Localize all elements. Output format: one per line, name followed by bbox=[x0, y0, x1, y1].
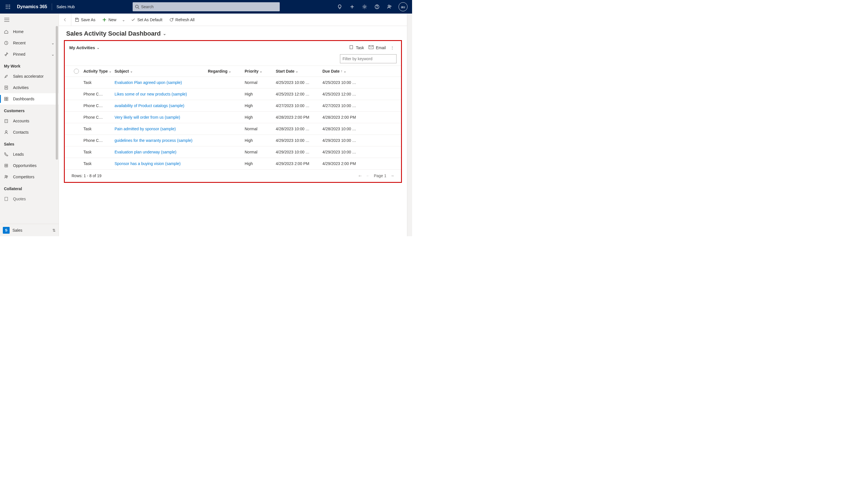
svg-rect-32 bbox=[5, 197, 8, 200]
refresh-all-button[interactable]: Refresh All bbox=[166, 14, 198, 26]
activities-grid: Activity Type⌄ Subject⌄ Regarding⌄ Prior… bbox=[65, 66, 401, 170]
select-all-checkbox[interactable] bbox=[74, 69, 79, 74]
set-default-button[interactable]: Set As Default bbox=[128, 14, 166, 26]
subject-link[interactable]: availability of Product catalogs (sample… bbox=[115, 104, 185, 108]
global-search[interactable] bbox=[133, 2, 280, 11]
sidebar-item-quotes[interactable]: Quotes bbox=[0, 193, 59, 205]
svg-point-5 bbox=[9, 7, 10, 7]
svg-rect-25 bbox=[4, 99, 6, 101]
next-page-button[interactable]: → bbox=[390, 173, 394, 178]
rocket-icon bbox=[4, 74, 9, 78]
area-label: Sales bbox=[12, 228, 22, 233]
chevron-down-icon: ⌄ bbox=[163, 32, 166, 36]
cell-priority: High bbox=[245, 161, 276, 166]
sidebar-item-sales-accelerator[interactable]: Sales accelerator bbox=[0, 71, 59, 82]
cell-start-date: 4/27/2023 10:00 … bbox=[276, 104, 322, 108]
sidebar-scrollbar[interactable] bbox=[55, 26, 59, 160]
sidebar-item-activities[interactable]: Activities bbox=[0, 82, 59, 93]
subject-link[interactable]: Evaluation plan underway (sample) bbox=[115, 150, 177, 154]
lightbulb-icon[interactable] bbox=[334, 0, 345, 14]
main-content: Save As New ⌄ Set As Default Refresh All… bbox=[59, 14, 407, 236]
subject-link[interactable]: guidelines for the warranty process (sam… bbox=[115, 138, 192, 143]
subject-link[interactable]: Evaluation Plan agreed upon (sample) bbox=[115, 80, 182, 85]
table-row[interactable]: TaskEvaluation plan underway (sample)Nor… bbox=[65, 146, 401, 158]
view-selector[interactable]: My Activities ⌄ bbox=[69, 45, 99, 50]
table-row[interactable]: TaskEvaluation Plan agreed upon (sample)… bbox=[65, 77, 401, 88]
assistant-icon[interactable] bbox=[384, 0, 395, 14]
back-button[interactable] bbox=[59, 14, 71, 26]
brand-label[interactable]: Dynamics 365 bbox=[14, 4, 51, 9]
cell-activity-type: Phone C… bbox=[83, 115, 115, 120]
new-chevron[interactable]: ⌄ bbox=[120, 17, 128, 22]
subject-link[interactable]: Sponsor has a buying vision (sample) bbox=[115, 161, 180, 166]
people-icon bbox=[4, 175, 9, 179]
subject-link[interactable]: Very likely will order from us (sample) bbox=[115, 115, 180, 120]
task-icon bbox=[349, 45, 354, 50]
cell-priority: High bbox=[245, 92, 276, 96]
more-icon[interactable]: ⋮ bbox=[388, 46, 396, 50]
cell-due-date: 4/25/2023 10:00 … bbox=[322, 80, 369, 85]
sidebar-item-dashboards[interactable]: Dashboards bbox=[0, 93, 59, 105]
sidebar-item-opportunities[interactable]: Opportunities bbox=[0, 160, 59, 171]
table-row[interactable]: Phone C…Very likely will order from us (… bbox=[65, 112, 401, 123]
first-page-button[interactable]: ⇤ bbox=[359, 173, 362, 178]
table-row[interactable]: Phone C…Likes some of our new products (… bbox=[65, 88, 401, 100]
cell-start-date: 4/29/2023 10:00 … bbox=[276, 150, 322, 154]
sidebar-area-switcher[interactable]: S Sales ⇅ bbox=[0, 224, 59, 236]
table-row[interactable]: Phone C…guidelines for the warranty proc… bbox=[65, 135, 401, 146]
global-header: Dynamics 365 Sales Hub au bbox=[0, 0, 412, 14]
col-regarding[interactable]: Regarding⌄ bbox=[208, 69, 245, 73]
plus-icon[interactable] bbox=[346, 0, 358, 14]
table-row[interactable]: TaskPain admitted by sponsor (sample)Nor… bbox=[65, 123, 401, 135]
cell-activity-type: Task bbox=[83, 150, 115, 154]
col-start-date[interactable]: Start Date⌄ bbox=[276, 69, 322, 73]
quote-icon bbox=[4, 197, 9, 201]
sidebar-item-contacts[interactable]: Contacts bbox=[0, 126, 59, 138]
sidebar-item-pinned[interactable]: Pinned⌄ bbox=[0, 49, 59, 60]
chevron-down-icon: ⌄ bbox=[51, 41, 55, 45]
avatar[interactable]: au bbox=[399, 2, 407, 11]
table-row[interactable]: TaskSponsor has a buying vision (sample)… bbox=[65, 158, 401, 170]
subject-link[interactable]: Pain admitted by sponsor (sample) bbox=[115, 126, 176, 131]
hamburger-icon[interactable] bbox=[0, 14, 14, 26]
plus-icon bbox=[102, 17, 107, 22]
col-priority[interactable]: Priority⌄ bbox=[245, 69, 276, 73]
pin-icon bbox=[4, 52, 9, 57]
cell-start-date: 4/29/2023 2:00 PM bbox=[276, 161, 322, 166]
sidebar-section-collateral: Collateral bbox=[0, 183, 59, 193]
new-task-button[interactable]: Task bbox=[347, 45, 366, 50]
save-as-button[interactable]: Save As bbox=[71, 14, 99, 26]
col-activity-type[interactable]: Activity Type⌄ bbox=[83, 69, 115, 73]
search-input[interactable] bbox=[141, 4, 277, 9]
page-title[interactable]: Sales Activity Social Dashboard⌄ bbox=[59, 26, 407, 40]
gear-icon[interactable] bbox=[359, 0, 370, 14]
chevron-down-icon: ⌄ bbox=[97, 46, 99, 50]
hub-label[interactable]: Sales Hub bbox=[53, 4, 78, 9]
grid-footer: Rows: 1 - 8 of 19 ⇤ ← Page 1 → bbox=[65, 170, 401, 180]
sidebar-item-home[interactable]: Home bbox=[0, 26, 59, 37]
cell-activity-type: Task bbox=[83, 161, 115, 166]
sidebar-item-recent[interactable]: Recent⌄ bbox=[0, 37, 59, 49]
svg-rect-24 bbox=[7, 97, 8, 99]
filter-input[interactable] bbox=[340, 54, 396, 63]
sidebar-item-competitors[interactable]: Competitors bbox=[0, 171, 59, 183]
svg-point-6 bbox=[6, 8, 7, 9]
svg-point-7 bbox=[8, 8, 9, 9]
svg-point-8 bbox=[9, 8, 10, 9]
col-due-date[interactable]: Due Date↑⌄ bbox=[322, 69, 369, 73]
svg-rect-26 bbox=[7, 99, 8, 101]
prev-page-button[interactable]: ← bbox=[366, 173, 370, 178]
table-row[interactable]: Phone C…availability of Product catalogs… bbox=[65, 100, 401, 112]
command-bar: Save As New ⌄ Set As Default Refresh All bbox=[59, 14, 407, 26]
new-button[interactable]: New bbox=[99, 14, 120, 26]
sidebar-item-accounts[interactable]: Accounts bbox=[0, 115, 59, 126]
cell-start-date: 4/28/2023 10:00 … bbox=[276, 126, 322, 131]
help-icon[interactable] bbox=[371, 0, 383, 14]
grid-header: Activity Type⌄ Subject⌄ Regarding⌄ Prior… bbox=[65, 66, 401, 77]
cell-priority: High bbox=[245, 115, 276, 120]
sidebar-item-leads[interactable]: Leads bbox=[0, 149, 59, 160]
subject-link[interactable]: Likes some of our new products (sample) bbox=[115, 92, 187, 96]
app-launcher-icon[interactable] bbox=[2, 0, 14, 14]
col-subject[interactable]: Subject⌄ bbox=[115, 69, 208, 73]
new-email-button[interactable]: Email bbox=[366, 45, 388, 50]
